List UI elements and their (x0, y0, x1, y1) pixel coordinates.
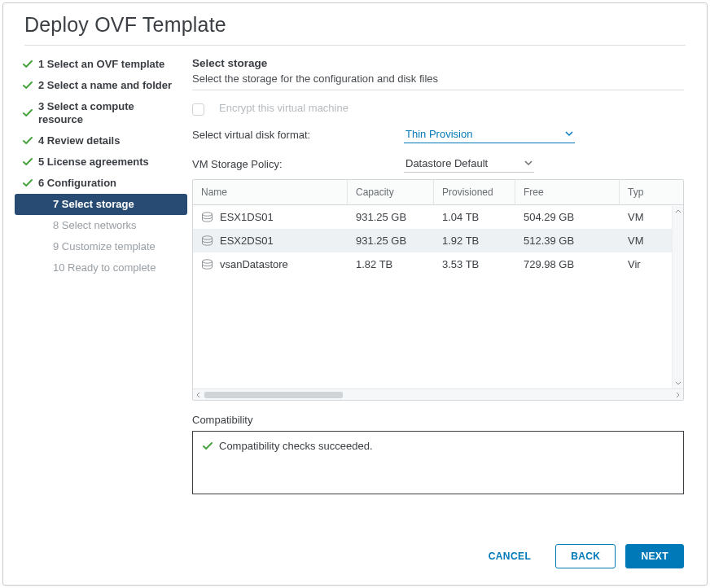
datastore-icon (201, 212, 213, 222)
col-header-name[interactable]: Name (193, 180, 348, 204)
wizard-step-label: 5 License agreements (38, 156, 149, 169)
storage-policy-select[interactable]: Datastore Default (404, 155, 534, 173)
wizard-step-10: 10 Ready to complete (15, 257, 187, 279)
section-subtitle: Select the storage for the configuration… (192, 72, 684, 85)
wizard-step-label: 4 Review details (38, 134, 120, 147)
cancel-button[interactable]: Cancel (474, 544, 546, 568)
col-header-provisioned[interactable]: Provisioned (434, 180, 515, 204)
check-icon (23, 59, 33, 69)
section-title: Select storage (192, 57, 684, 69)
scroll-left-icon[interactable] (193, 389, 204, 401)
wizard-step-6[interactable]: 6 Configuration (15, 173, 187, 194)
disk-format-label: Select virtual disk format: (192, 129, 396, 141)
modal-header: Deploy OVF Template (3, 3, 707, 45)
ds-provisioned: 1.92 TB (434, 229, 515, 252)
wizard-step-label: 8 Select networks (53, 219, 137, 232)
chevron-down-icon (524, 159, 532, 167)
encrypt-label: Encrypt this virtual machine (219, 102, 348, 114)
check-icon (203, 441, 213, 451)
wizard-step-8: 8 Select networks (15, 215, 187, 236)
ds-free: 729.98 GB (515, 252, 620, 276)
disk-format-row: Select virtual disk format: Thin Provisi… (192, 125, 684, 143)
encrypt-checkbox (192, 103, 204, 116)
wizard-step-label: 9 Customize template (53, 240, 156, 253)
compat-title: Compatibility (192, 414, 684, 426)
scroll-down-icon[interactable] (673, 377, 684, 388)
ds-name: ESX2DS01 (220, 235, 274, 247)
compat-box: Compatibility checks succeeded. (192, 431, 684, 494)
col-header-capacity[interactable]: Capacity (348, 180, 434, 204)
col-header-free[interactable]: Free (515, 180, 620, 204)
wizard-step-3[interactable]: 3 Select a compute resource (15, 96, 187, 130)
table-row[interactable]: ESX1DS01 931.25 GB 1.04 TB 504.29 GB VM (193, 205, 683, 229)
ds-type: VM (620, 205, 652, 229)
wizard-step-4[interactable]: 4 Review details (15, 130, 187, 151)
svg-point-2 (203, 260, 213, 263)
table-row[interactable]: vsanDatastore 1.82 TB 3.53 TB 729.98 GB … (193, 252, 683, 276)
ds-capacity: 1.82 TB (348, 252, 434, 276)
wizard-step-label: 7 Select storage (53, 198, 134, 211)
wizard-step-2[interactable]: 2 Select a name and folder (15, 75, 187, 96)
wizard-step-label: 6 Configuration (38, 177, 116, 190)
storage-policy-row: VM Storage Policy: Datastore Default (192, 155, 684, 173)
scroll-thumb[interactable] (204, 392, 343, 398)
scroll-up-icon[interactable] (673, 206, 684, 217)
col-header-type[interactable]: Typ (620, 180, 652, 204)
svg-point-1 (203, 236, 213, 239)
datastore-table: Name Capacity Provisioned Free Typ ESX1D… (192, 179, 684, 401)
ds-type: Vir (620, 252, 652, 276)
table-row[interactable]: ESX2DS01 931.25 GB 1.92 TB 512.39 GB VM (193, 229, 683, 252)
disk-format-select[interactable]: Thin Provision (404, 125, 575, 143)
vertical-scrollbar[interactable] (672, 206, 683, 388)
check-icon (23, 136, 33, 146)
check-icon (23, 178, 33, 188)
wizard-step-9: 9 Customize template (15, 236, 187, 257)
svg-point-0 (203, 213, 213, 216)
scroll-right-icon[interactable] (672, 389, 683, 401)
check-icon (23, 81, 33, 90)
main-pane: Select storage Select the storage for th… (192, 46, 707, 533)
ds-name: vsanDatastore (220, 258, 288, 270)
horizontal-scrollbar[interactable] (193, 388, 683, 400)
wizard-step-1[interactable]: 1 Select an OVF template (15, 54, 187, 75)
wizard-step-label: 10 Ready to complete (53, 261, 156, 274)
chevron-down-icon (565, 129, 573, 138)
storage-policy-value: Datastore Default (405, 157, 488, 169)
ds-capacity: 931.25 GB (348, 229, 434, 252)
next-button[interactable]: Next (625, 544, 684, 568)
ds-free: 512.39 GB (515, 229, 620, 252)
wizard-nav: 1 Select an OVF template 2 Select a name… (3, 46, 192, 533)
check-icon (23, 108, 33, 118)
page-title: Deploy OVF Template (24, 13, 686, 37)
scroll-track[interactable] (204, 391, 672, 399)
ds-type: VM (620, 229, 652, 252)
back-button[interactable]: Back (555, 544, 616, 568)
ds-provisioned: 1.04 TB (434, 205, 515, 229)
deploy-ovf-modal: Deploy OVF Template 1 Select an OVF temp… (2, 2, 708, 586)
check-icon (23, 157, 33, 167)
ds-name: ESX1DS01 (220, 211, 274, 223)
storage-policy-label: VM Storage Policy: (192, 158, 396, 170)
wizard-step-7[interactable]: 7 Select storage (15, 194, 187, 215)
ds-capacity: 931.25 GB (348, 205, 434, 229)
wizard-step-label: 2 Select a name and folder (38, 79, 172, 92)
wizard-step-5[interactable]: 5 License agreements (15, 151, 187, 173)
wizard-step-label: 1 Select an OVF template (38, 58, 164, 71)
encrypt-row: Encrypt this virtual machine (192, 102, 684, 114)
disk-format-value: Thin Provision (405, 128, 472, 140)
ds-provisioned: 3.53 TB (434, 252, 515, 276)
ds-free: 504.29 GB (515, 205, 620, 229)
table-body: ESX1DS01 931.25 GB 1.04 TB 504.29 GB VM … (193, 205, 683, 388)
modal-footer: Cancel Back Next (3, 533, 707, 585)
compat-message: Compatibility checks succeeded. (219, 440, 373, 452)
divider (192, 90, 684, 90)
wizard-step-label: 3 Select a compute resource (38, 100, 181, 126)
datastore-icon (201, 259, 213, 270)
datastore-icon (201, 235, 213, 246)
table-header: Name Capacity Provisioned Free Typ (193, 180, 683, 205)
